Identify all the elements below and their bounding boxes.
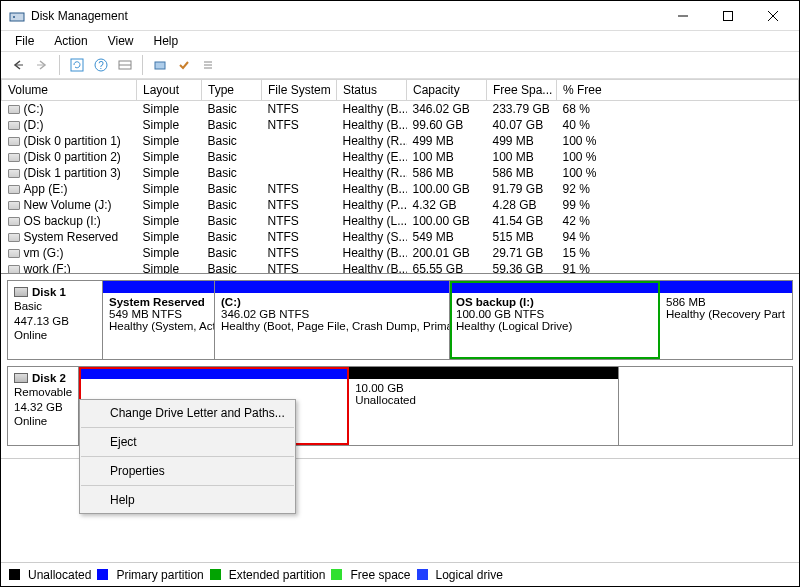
legend-unallocated: Unallocated [28, 568, 91, 582]
cell-layout: Simple [137, 197, 202, 213]
col-filesystem[interactable]: File System [262, 80, 337, 101]
check-icon[interactable] [173, 54, 195, 76]
disk1-name: Disk 1 [32, 285, 66, 299]
volume-table[interactable]: Volume Layout Type File System Status Ca… [1, 79, 799, 274]
col-layout[interactable]: Layout [137, 80, 202, 101]
close-button[interactable] [750, 2, 795, 30]
cell-capacity: 99.60 GB [407, 117, 487, 133]
table-row[interactable]: (Disk 0 partition 2)SimpleBasicHealthy (… [2, 149, 799, 165]
cell-type: Basic [202, 165, 262, 181]
help-icon[interactable]: ? [90, 54, 112, 76]
legend-extended: Extended partition [229, 568, 326, 582]
table-row[interactable]: (D:)SimpleBasicNTFSHealthy (B...99.60 GB… [2, 117, 799, 133]
table-row[interactable]: New Volume (J:)SimpleBasicNTFSHealthy (P… [2, 197, 799, 213]
cell-status: Healthy (B... [337, 245, 407, 261]
menu-action[interactable]: Action [46, 32, 95, 50]
swatch-free [331, 569, 342, 580]
cell-volume: (Disk 0 partition 1) [24, 134, 121, 148]
partition-stripe [79, 367, 348, 379]
cell-fs: NTFS [262, 245, 337, 261]
settings-icon[interactable] [114, 54, 136, 76]
table-header-row: Volume Layout Type File System Status Ca… [2, 80, 799, 101]
table-row[interactable]: (Disk 0 partition 1)SimpleBasicHealthy (… [2, 133, 799, 149]
volume-icon [8, 217, 20, 226]
legend-primary: Primary partition [116, 568, 203, 582]
cell-capacity: 346.02 GB [407, 101, 487, 118]
menu-help[interactable]: Help [146, 32, 187, 50]
cell-volume: vm (G:) [24, 246, 64, 260]
cell-fs: NTFS [262, 117, 337, 133]
cell-volume: OS backup (I:) [24, 214, 101, 228]
partition-unallocated[interactable]: 10.00 GB Unallocated [349, 367, 619, 445]
list-icon[interactable] [197, 54, 219, 76]
table-row[interactable]: OS backup (I:)SimpleBasicNTFSHealthy (L.… [2, 213, 799, 229]
menu-file[interactable]: File [7, 32, 42, 50]
swatch-unallocated [9, 569, 20, 580]
cell-pct: 42 % [557, 213, 799, 229]
partition-recovery[interactable]: 586 MB Healthy (Recovery Part [660, 281, 792, 359]
ctx-properties[interactable]: Properties [80, 460, 295, 482]
forward-button[interactable] [31, 54, 53, 76]
table-row[interactable]: (C:)SimpleBasicNTFSHealthy (B...346.02 G… [2, 101, 799, 118]
col-status[interactable]: Status [337, 80, 407, 101]
col-pct[interactable]: % Free [557, 80, 799, 101]
disk2-header[interactable]: Disk 2 Removable 14.32 GB Online [8, 367, 79, 445]
svg-rect-6 [71, 59, 83, 71]
empty-area [619, 367, 792, 445]
disk-icon [14, 287, 28, 297]
cell-layout: Simple [137, 213, 202, 229]
cell-pct: 100 % [557, 165, 799, 181]
disk1-state: Online [14, 328, 96, 342]
cell-layout: Simple [137, 101, 202, 118]
cell-free: 586 MB [487, 165, 557, 181]
cell-free: 91.79 GB [487, 181, 557, 197]
partition-c[interactable]: (C:) 346.02 GB NTFS Healthy (Boot, Page … [215, 281, 450, 359]
partition-name: System Reserved [109, 296, 208, 308]
refresh-icon[interactable] [66, 54, 88, 76]
partition-system-reserved[interactable]: System Reserved 549 MB NTFS Healthy (Sys… [103, 281, 215, 359]
maximize-button[interactable] [705, 2, 750, 30]
col-type[interactable]: Type [202, 80, 262, 101]
cell-layout: Simple [137, 133, 202, 149]
ctx-help[interactable]: Help [80, 489, 295, 511]
ctx-separator [81, 456, 294, 457]
partition-stripe [660, 281, 792, 293]
cell-status: Healthy (E... [337, 149, 407, 165]
cell-capacity: 200.01 GB [407, 245, 487, 261]
ctx-change-drive-letter[interactable]: Change Drive Letter and Paths... [80, 402, 295, 424]
cell-type: Basic [202, 261, 262, 274]
cell-status: Healthy (B... [337, 117, 407, 133]
table-row[interactable]: App (E:)SimpleBasicNTFSHealthy (B...100.… [2, 181, 799, 197]
partition-stripe [103, 281, 214, 293]
col-free[interactable]: Free Spa... [487, 80, 557, 101]
cell-type: Basic [202, 245, 262, 261]
volume-icon [8, 249, 20, 258]
partition-os-backup[interactable]: OS backup (I:) 100.00 GB NTFS Healthy (L… [450, 281, 660, 359]
table-row[interactable]: (Disk 1 partition 3)SimpleBasicHealthy (… [2, 165, 799, 181]
menu-view[interactable]: View [100, 32, 142, 50]
volume-list-pane: Volume Layout Type File System Status Ca… [1, 79, 799, 274]
ctx-eject[interactable]: Eject [80, 431, 295, 453]
legend-logical: Logical drive [436, 568, 503, 582]
partition-name: OS backup (I:) [456, 296, 653, 308]
swatch-logical [417, 569, 428, 580]
cell-type: Basic [202, 181, 262, 197]
cell-pct: 94 % [557, 229, 799, 245]
table-row[interactable]: System ReservedSimpleBasicNTFSHealthy (S… [2, 229, 799, 245]
col-capacity[interactable]: Capacity [407, 80, 487, 101]
table-row[interactable]: work (F:)SimpleBasicNTFSHealthy (B...65.… [2, 261, 799, 274]
minimize-button[interactable] [660, 2, 705, 30]
table-row[interactable]: vm (G:)SimpleBasicNTFSHealthy (B...200.0… [2, 245, 799, 261]
cell-type: Basic [202, 101, 262, 118]
action-icon[interactable] [149, 54, 171, 76]
partition-size: 10.00 GB [355, 382, 612, 394]
cell-free: 499 MB [487, 133, 557, 149]
ctx-separator [81, 485, 294, 486]
col-volume[interactable]: Volume [2, 80, 137, 101]
disk1-header[interactable]: Disk 1 Basic 447.13 GB Online [8, 281, 103, 359]
back-button[interactable] [7, 54, 29, 76]
cell-fs: NTFS [262, 261, 337, 274]
toolbar-separator [59, 55, 60, 75]
svg-rect-11 [155, 62, 165, 69]
cell-free: 515 MB [487, 229, 557, 245]
